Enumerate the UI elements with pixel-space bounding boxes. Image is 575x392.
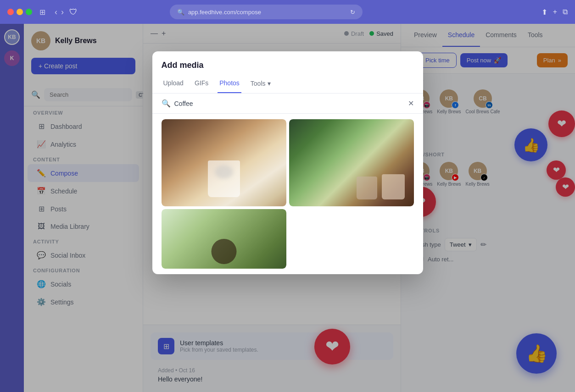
browser-chrome: ⊞ ‹ › 🛡 🔍 app.feedhive.com/compose ↻ ⬆ +… <box>0 0 575 24</box>
browser-nav: ‹ › <box>55 7 64 17</box>
modal-search-bar: 🔍 ✕ <box>152 94 423 114</box>
modal-tab-upload[interactable]: Upload <box>162 76 185 93</box>
photo-search-input[interactable] <box>174 100 408 107</box>
modal-overlay[interactable]: Add media Upload GIFs Photos Tools ▾ 🔍 ✕ <box>0 24 575 392</box>
modal-tab-tools[interactable]: Tools ▾ <box>249 76 273 93</box>
traffic-light-yellow[interactable] <box>17 9 23 15</box>
modal-tab-photos[interactable]: Photos <box>218 76 241 93</box>
new-tab-button[interactable]: + <box>553 8 557 17</box>
traffic-light-green[interactable] <box>26 9 32 15</box>
modal-title: Add media <box>162 61 414 70</box>
search-icon: 🔍 <box>177 9 184 16</box>
photo-card-2[interactable] <box>289 119 414 206</box>
reload-icon: ↻ <box>350 9 355 16</box>
search-icon: 🔍 <box>162 99 171 108</box>
shield-icon: 🛡 <box>69 7 78 17</box>
modal-tab-gifs[interactable]: GIFs <box>193 76 210 93</box>
chevron-down-icon: ▾ <box>268 80 271 87</box>
photo-card-1[interactable] <box>162 119 286 206</box>
photo-grid <box>152 114 423 274</box>
forward-button[interactable]: › <box>61 7 64 17</box>
add-media-modal: Add media Upload GIFs Photos Tools ▾ 🔍 ✕ <box>152 51 423 274</box>
share-button[interactable]: ⬆ <box>542 8 547 17</box>
modal-header: Add media Upload GIFs Photos Tools ▾ <box>152 51 423 94</box>
url-bar[interactable]: 🔍 app.feedhive.com/compose ↻ <box>170 5 363 19</box>
modal-tabs: Upload GIFs Photos Tools ▾ <box>162 76 414 93</box>
url-text: app.feedhive.com/compose <box>188 9 261 16</box>
photo-card-3[interactable] <box>162 209 286 269</box>
back-button[interactable]: ‹ <box>55 7 57 17</box>
windows-button[interactable]: ⧉ <box>563 8 568 17</box>
clear-search-button[interactable]: ✕ <box>408 99 414 108</box>
sidebar-toggle-button[interactable]: ⊞ <box>39 8 45 17</box>
traffic-lights <box>7 9 32 15</box>
traffic-light-red[interactable] <box>7 9 14 15</box>
browser-actions: ⬆ + ⧉ <box>542 8 568 17</box>
